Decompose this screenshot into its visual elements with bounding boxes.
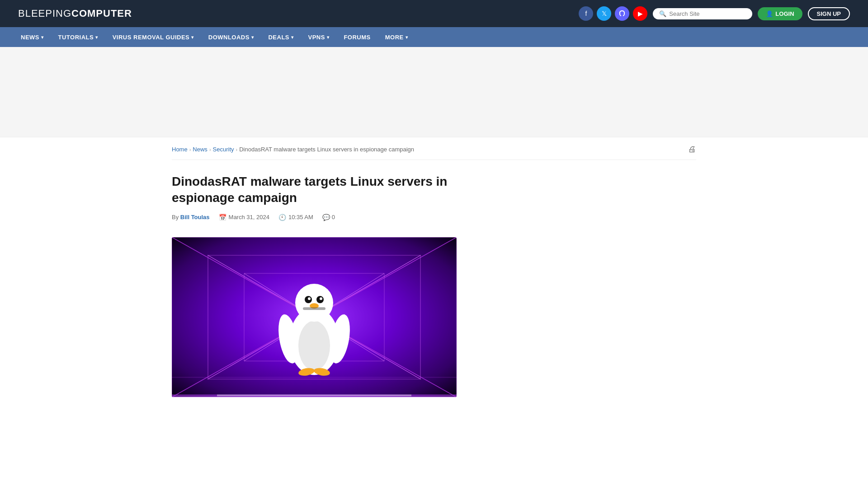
breadcrumb-security[interactable]: Security	[213, 146, 234, 153]
breadcrumb-separator: ›	[209, 147, 211, 152]
advertisement-banner	[0, 47, 868, 137]
breadcrumb: Home › News › Security › DinodasRAT malw…	[172, 146, 414, 153]
svg-point-25	[295, 284, 333, 322]
site-header: BLEEPINGCOMPUTER f 𝕏 ▶ 🔍 👤 LOGIN SIGN UP	[0, 0, 868, 27]
main-layout: DinodasRAT malware targets Linux servers…	[172, 160, 696, 397]
login-button[interactable]: 👤 LOGIN	[758, 7, 802, 20]
content-wrapper: Home › News › Security › DinodasRAT malw…	[163, 137, 705, 397]
author-link[interactable]: Bill Toulas	[180, 214, 210, 221]
article-date: 📅 March 31, 2024	[219, 214, 269, 221]
chevron-down-icon: ▾	[291, 35, 294, 40]
breadcrumb-separator: ›	[236, 147, 238, 152]
clock-icon: 🕙	[278, 214, 286, 221]
chevron-down-icon: ▾	[406, 35, 408, 40]
search-bar[interactable]: 🔍	[653, 8, 752, 19]
article-title: DinodasRAT malware targets Linux servers…	[172, 174, 466, 206]
article-time: 🕙 10:35 AM	[278, 214, 313, 221]
nav-downloads[interactable]: DOWNLOADS ▾	[201, 27, 261, 47]
svg-rect-35	[303, 307, 326, 310]
nav-news[interactable]: NEWS ▾	[14, 27, 51, 47]
svg-rect-18	[217, 394, 411, 396]
breadcrumb-separator: ›	[189, 147, 191, 152]
breadcrumb-news[interactable]: News	[193, 146, 208, 153]
twitter-icon[interactable]: 𝕏	[597, 6, 611, 21]
article-meta: By Bill Toulas 📅 March 31, 2024 🕙 10:35 …	[172, 214, 466, 228]
chevron-down-icon: ▾	[251, 35, 254, 40]
comment-icon: 💬	[322, 214, 330, 221]
nav-forums[interactable]: FORUMS	[336, 27, 377, 47]
nav-virus-removal[interactable]: VIRUS REMOVAL GUIDES ▾	[105, 27, 201, 47]
article-comments[interactable]: 💬 0	[322, 214, 335, 221]
user-icon: 👤	[766, 10, 773, 17]
chevron-down-icon: ▾	[191, 35, 194, 40]
search-icon: 🔍	[659, 10, 666, 17]
article-image	[172, 237, 457, 397]
nav-deals[interactable]: DEALS ▾	[261, 27, 301, 47]
calendar-icon: 📅	[219, 214, 226, 221]
social-icons: f 𝕏 ▶	[579, 6, 647, 21]
youtube-icon[interactable]: ▶	[633, 6, 647, 21]
chevron-down-icon: ▾	[327, 35, 330, 40]
facebook-icon[interactable]: f	[579, 6, 593, 21]
site-logo[interactable]: BLEEPINGCOMPUTER	[18, 8, 132, 19]
svg-point-29	[320, 297, 322, 300]
nav-more[interactable]: MORE ▾	[378, 27, 415, 47]
breadcrumb-current: DinodasRAT malware targets Linux servers…	[239, 146, 414, 153]
chevron-down-icon: ▾	[41, 35, 44, 40]
nav-tutorials[interactable]: TUTORIALS ▾	[51, 27, 105, 47]
breadcrumb-bar: Home › News › Security › DinodasRAT malw…	[172, 137, 696, 160]
header-right: f 𝕏 ▶ 🔍 👤 LOGIN SIGN UP	[579, 6, 850, 21]
author-info: By Bill Toulas	[172, 214, 210, 221]
author-label: By	[172, 214, 179, 221]
sidebar	[479, 164, 615, 397]
svg-point-24	[298, 321, 330, 371]
svg-point-28	[308, 297, 311, 300]
article-content: DinodasRAT malware targets Linux servers…	[172, 164, 466, 397]
print-button[interactable]: 🖨	[688, 145, 696, 154]
chevron-down-icon: ▾	[95, 35, 98, 40]
nav-vpns[interactable]: VPNS ▾	[301, 27, 337, 47]
breadcrumb-home[interactable]: Home	[172, 146, 188, 153]
main-nav: NEWS ▾ TUTORIALS ▾ VIRUS REMOVAL GUIDES …	[0, 27, 868, 47]
mastodon-icon[interactable]	[615, 6, 629, 21]
article-hero-svg	[172, 237, 457, 397]
signup-button[interactable]: SIGN UP	[808, 7, 850, 20]
search-input[interactable]	[669, 10, 746, 17]
